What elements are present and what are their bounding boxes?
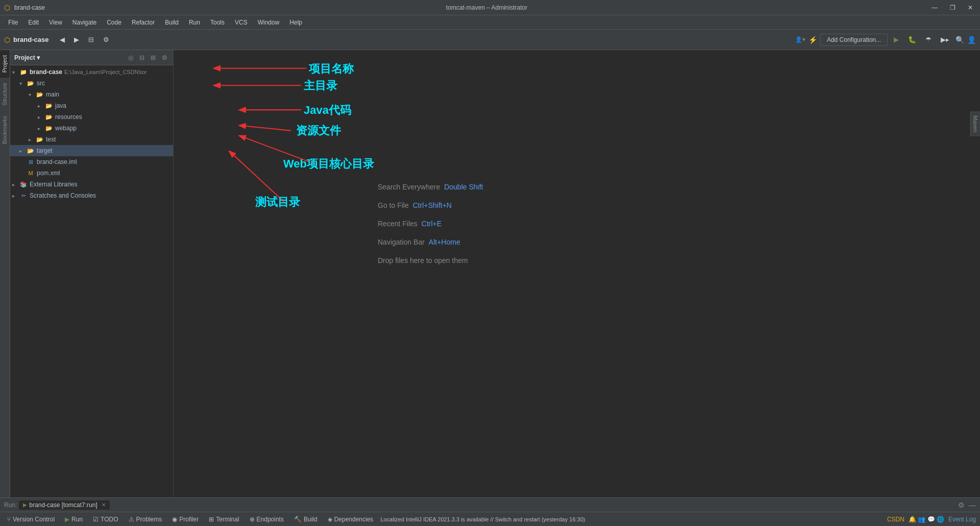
panel-expand-btn[interactable]: ⊞ (149, 53, 157, 62)
toolbar-forward-btn[interactable]: ▶ (71, 34, 82, 45)
menu-code[interactable]: Code (103, 17, 126, 28)
run-tab-close[interactable]: ✕ (102, 502, 106, 508)
status-vcs[interactable]: ⑂ Version Control (4, 515, 58, 524)
anno-test-dir: 测试目录 (255, 195, 300, 210)
resources-folder-icon: 📂 (45, 113, 53, 121)
debug-button[interactable]: 🐛 (905, 34, 919, 45)
tree-item-main[interactable]: ▾ 📂 main (10, 89, 173, 100)
menu-file[interactable]: File (4, 17, 22, 28)
tree-item-external-libs[interactable]: ▸ 📚 External Libraries (10, 179, 173, 190)
title-bar-controls: — ❐ ✕ (928, 3, 976, 12)
status-run[interactable]: ▶ Run (62, 515, 86, 524)
run-button[interactable]: ▶ (891, 34, 902, 45)
status-dependencies[interactable]: ◈ Dependencies (325, 515, 377, 524)
arrow-external-libs: ▸ (12, 182, 19, 187)
anno-project-name: 项目名称 (309, 61, 354, 77)
arrow-java: ▸ (38, 103, 45, 109)
close-button[interactable]: ✕ (965, 3, 976, 12)
bookmarks-side-tab[interactable]: Bookmarks (0, 111, 10, 149)
tree-item-pom[interactable]: M pom.xml (10, 168, 173, 179)
toolbar-recent-btn[interactable]: ⊟ (85, 34, 97, 45)
tree-item-java[interactable]: ▸ 📂 java (10, 100, 173, 111)
panel-locate-btn[interactable]: ◎ (127, 53, 135, 62)
menu-refactor[interactable]: Refactor (128, 17, 159, 28)
tree-item-iml[interactable]: ⊞ brand-case.iml (10, 156, 173, 168)
run-icon: ▶ (65, 516, 69, 523)
toolbar-power-icon: ⚡ (808, 36, 817, 44)
arrow-webapp: ▸ (38, 126, 45, 131)
label-src: src (37, 80, 45, 87)
menu-view[interactable]: View (45, 17, 66, 28)
run-panel-settings[interactable]: ⚙ (958, 501, 965, 509)
run-panel-minimize[interactable]: — (969, 501, 976, 509)
tree-item-target[interactable]: ▸ 📂 target (10, 145, 173, 156)
label-brand-case: brand-case (30, 68, 62, 76)
hint-go-to-file-shortcut: Ctrl+Shift+N (413, 201, 452, 209)
hint-search-everywhere-label: Search Everywhere (378, 183, 440, 191)
toolbar-brand: brand-case (13, 36, 48, 43)
menu-tools[interactable]: Tools (206, 17, 229, 28)
status-terminal[interactable]: ⊞ Terminal (206, 515, 242, 524)
menu-help[interactable]: Help (285, 17, 306, 28)
hint-search-everywhere-shortcut: Double Shift (444, 183, 483, 191)
menu-run[interactable]: Run (185, 17, 204, 28)
label-test: test (46, 136, 56, 143)
panel-title: Project ▾ (14, 54, 124, 61)
arrow-test: ▸ (29, 137, 36, 142)
label-main: main (46, 91, 59, 98)
anno-java-code: Java代码 (304, 103, 351, 118)
status-icons: 🔔 👥 💬 🌐 (909, 516, 944, 523)
anno-resources: 资源文件 (296, 123, 341, 138)
add-configuration-button[interactable]: Add Configuration... (820, 34, 888, 46)
project-folder-icon: 📁 (19, 68, 28, 76)
bottom-panel: Run: ▶ brand-case [tomcat7:run] ✕ ⚙ — (0, 497, 980, 512)
tree-item-scratches[interactable]: ▸ ✏ Scratches and Consoles (10, 190, 173, 201)
menu-navigate[interactable]: Navigate (68, 17, 101, 28)
status-problems[interactable]: ⚠ Problems (126, 515, 165, 524)
target-folder-icon: 📂 (27, 147, 35, 155)
maven-tab[interactable]: Maven (970, 111, 980, 136)
menu-window[interactable]: Window (254, 17, 284, 28)
status-endpoints[interactable]: ⊕ Endpoints (247, 515, 287, 524)
label-webapp: webapp (55, 125, 77, 132)
tree-item-test[interactable]: ▸ 📂 test (10, 134, 173, 145)
editor-area: 项目名称 主目录 Java代码 资源文件 Web项目核心目录 测试目录 Sear… (174, 50, 980, 497)
toolbar-back-btn[interactable]: ◀ (57, 34, 68, 45)
maximize-button[interactable]: ❐ (947, 3, 959, 12)
endpoints-icon: ⊕ (250, 516, 255, 523)
libs-icon: 📚 (19, 180, 28, 188)
status-profiler[interactable]: ◉ Profiler (169, 515, 202, 524)
status-build[interactable]: 🔨 Build (291, 515, 321, 524)
hint-navigation-bar: Navigation Bar Alt+Home (378, 238, 483, 246)
tree-item-webapp[interactable]: ▸ 📂 webapp (10, 123, 173, 134)
tree-item-brand-case[interactable]: ▾ 📁 brand-case E:\Java_Learn\Project_CSD… (10, 66, 173, 78)
project-tab[interactable]: Project (0, 50, 10, 78)
toolbar-settings-btn[interactable]: ⚙ (100, 34, 112, 45)
panel-settings-btn[interactable]: ⚙ (160, 53, 169, 62)
panel-header: Project ▾ ◎ ⊟ ⊞ ⚙ (10, 50, 173, 65)
panel-collapse-btn[interactable]: ⊟ (138, 53, 146, 62)
profile-run-button[interactable]: ▶▸ (938, 34, 952, 45)
test-folder-icon: 📂 (36, 135, 44, 144)
svg-line-3 (240, 126, 291, 131)
toolbar-search-icon[interactable]: 🔍 (955, 36, 964, 44)
menu-bar: File Edit View Navigate Code Refactor Bu… (0, 15, 980, 30)
event-log[interactable]: Event Log (948, 516, 976, 523)
coverage-button[interactable]: ☂ (922, 34, 935, 45)
webapp-folder-icon: 📂 (45, 124, 53, 132)
menu-edit[interactable]: Edit (24, 17, 43, 28)
src-folder-icon: 📂 (27, 79, 35, 87)
menu-vcs[interactable]: VCS (231, 17, 252, 28)
hint-recent-files-shortcut: Ctrl+E (422, 220, 442, 228)
main-layout: Project Structure Bookmarks Project ▾ ◎ … (0, 50, 980, 497)
minimize-button[interactable]: — (928, 3, 941, 12)
hints-area: Search Everywhere Double Shift Go to Fil… (378, 183, 483, 265)
menu-build[interactable]: Build (161, 17, 183, 28)
label-target: target (37, 147, 53, 154)
structure-side-tab[interactable]: Structure (0, 78, 10, 111)
status-todo[interactable]: ☑ TODO (90, 515, 121, 524)
project-panel: Project ▾ ◎ ⊟ ⊞ ⚙ ▾ 📁 brand-case E:\Java… (10, 50, 174, 497)
run-tab[interactable]: ▶ brand-case [tomcat7:run] ✕ (19, 500, 109, 510)
tree-item-resources[interactable]: ▸ 📂 resources (10, 111, 173, 123)
tree-item-src[interactable]: ▾ 📂 src (10, 78, 173, 89)
